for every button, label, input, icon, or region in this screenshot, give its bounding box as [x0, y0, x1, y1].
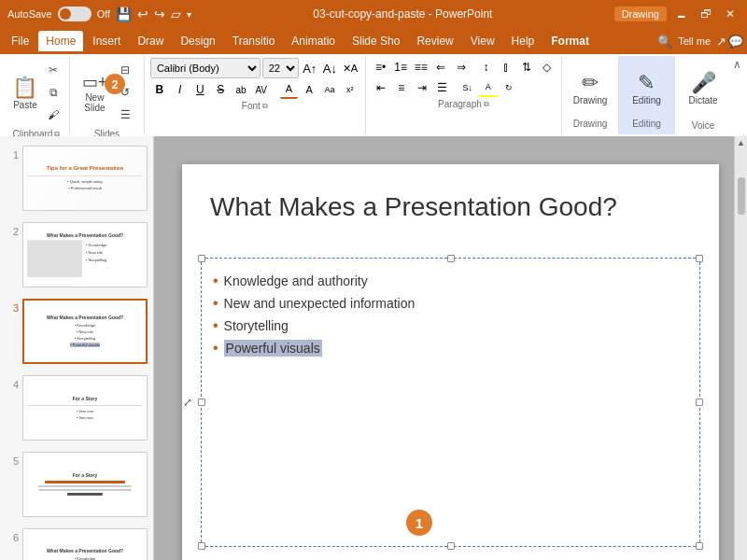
copy-button[interactable]: ⧉	[43, 82, 63, 103]
menu-review[interactable]: Review	[409, 31, 460, 51]
justify-button[interactable]: ☰	[433, 78, 452, 97]
menu-help[interactable]: Help	[504, 31, 543, 51]
paragraph-expand-icon[interactable]: ⧉	[484, 100, 489, 109]
text-shadow-button[interactable]: S↓	[458, 78, 477, 97]
move-icon[interactable]: ⤢	[183, 396, 192, 409]
present-icon[interactable]: ▱	[171, 7, 181, 21]
menu-animations[interactable]: Animatio	[284, 31, 343, 51]
cut-button[interactable]: ✂	[43, 60, 63, 80]
share-icon[interactable]: ↗	[716, 35, 726, 49]
scroll-thumb[interactable]	[738, 177, 745, 215]
editing-icon: ✎	[638, 71, 655, 95]
uppercase-button[interactable]: Aa	[320, 80, 339, 99]
maximize-button[interactable]: 🗗	[697, 5, 715, 23]
slide-title: What Makes a Presentation Good?	[210, 192, 691, 222]
content-textbox[interactable]: ⤢ Knowledge and authority New and unexpe…	[201, 258, 700, 547]
convert-smartart-button[interactable]: ◇	[538, 58, 557, 77]
search-icon[interactable]: 🔍	[657, 35, 672, 49]
smartart-convert-button[interactable]: ↻	[500, 78, 518, 97]
save-icon[interactable]: 💾	[116, 7, 132, 21]
menu-home[interactable]: Home	[38, 31, 83, 51]
handle-bottom-middle[interactable]	[447, 542, 455, 550]
italic-button[interactable]: I	[171, 80, 190, 99]
strikethrough-button[interactable]: S	[211, 80, 230, 99]
comment-icon[interactable]: 💬	[728, 35, 743, 49]
drawing-button[interactable]: ✏ Drawing	[570, 69, 612, 107]
slide-img-1: Tips for a Great Presentation • Quick, s…	[22, 146, 148, 211]
align-right-button[interactable]: ⇥	[413, 78, 431, 97]
line-spacing-button[interactable]: ↕	[477, 58, 496, 77]
collapse-ribbon-button[interactable]: ∧	[733, 58, 741, 71]
slide-thumbnail-6[interactable]: 6 What Makes a Presentation Good? • Know…	[4, 526, 149, 560]
charspacing-button[interactable]: AV	[252, 80, 271, 99]
align-center-button[interactable]: ≡	[392, 78, 411, 97]
tell-me[interactable]: Tell me	[674, 35, 714, 47]
font-expand-icon[interactable]: ⧉	[262, 102, 268, 111]
format-painter-button[interactable]: 🖌	[43, 105, 63, 125]
columns-button[interactable]: ⫿	[497, 58, 515, 77]
slide-num-2: 2	[6, 222, 19, 237]
drawing-tab-badge: Drawing	[614, 7, 667, 21]
shadow-button[interactable]: ab	[232, 80, 250, 99]
font-family-select[interactable]: Calibri (Body)	[150, 58, 261, 78]
dictate-button[interactable]: 🎤 Dictate	[684, 69, 721, 107]
underline-button[interactable]: U	[190, 80, 209, 99]
menu-insert[interactable]: Insert	[85, 31, 128, 51]
autosave-toggle[interactable]	[58, 7, 92, 21]
handle-top-left[interactable]	[198, 255, 205, 262]
clear-format-button[interactable]: ✕A	[341, 59, 359, 77]
slide-thumbnail-2[interactable]: 2 What Makes a Presentation Good? • Know…	[4, 220, 149, 289]
scroll-up-button[interactable]: ▲	[735, 136, 747, 149]
text-highlight-button[interactable]: A	[300, 80, 318, 99]
highlight-color-button[interactable]: A	[479, 78, 498, 97]
handle-middle-left[interactable]	[198, 399, 205, 406]
slide-num-3: 3	[6, 299, 19, 314]
menu-bar: File Home Insert Draw Design Transitio A…	[0, 28, 747, 54]
close-button[interactable]: ✕	[721, 5, 740, 23]
menu-file[interactable]: File	[4, 31, 36, 51]
subscript-button[interactable]: x²	[341, 80, 359, 99]
increase-font-button[interactable]: A↑	[301, 59, 319, 77]
handle-middle-right[interactable]	[696, 399, 703, 406]
font-color-button[interactable]: A	[280, 80, 299, 99]
handle-top-right[interactable]	[696, 255, 703, 262]
align-left-button[interactable]: ⇤	[372, 78, 390, 97]
numbering-button[interactable]: 1≡	[391, 58, 410, 77]
increase-indent-button[interactable]: ⇒	[452, 58, 471, 77]
handle-bottom-left[interactable]	[198, 542, 205, 550]
text-direction-button[interactable]: ⇅	[517, 58, 536, 77]
menu-view[interactable]: View	[463, 31, 502, 51]
handle-bottom-right[interactable]	[696, 542, 703, 550]
menu-design[interactable]: Design	[173, 31, 222, 51]
slide-thumbnail-1[interactable]: 1 Tips for a Great Presentation • Quick,…	[4, 144, 149, 213]
font-size-select[interactable]: 22	[262, 58, 299, 78]
vertical-scrollbar[interactable]: ▲ ▼	[734, 136, 747, 560]
slide-thumbnail-3[interactable]: 3 What Makes a Presentation Good? • Know…	[4, 297, 149, 366]
section-button[interactable]: ☰	[115, 105, 135, 125]
bold-button[interactable]: B	[150, 80, 169, 99]
slides-group: ▭+ New Slide ⊟ ↺ ☰ Slides	[70, 56, 145, 134]
menu-draw[interactable]: Draw	[130, 31, 171, 51]
multi-level-list-button[interactable]: ≡≡	[412, 58, 430, 77]
clipboard-buttons: 📋 Paste ✂ ⧉ 🖌	[8, 58, 63, 127]
menu-format[interactable]: Format	[543, 31, 597, 51]
decrease-font-button[interactable]: A↓	[321, 59, 340, 77]
undo-icon[interactable]: ↩	[137, 7, 148, 21]
bullets-button[interactable]: ≡•	[372, 58, 390, 77]
decrease-indent-button[interactable]: ⇐	[432, 58, 451, 77]
menu-transitions[interactable]: Transitio	[225, 31, 283, 51]
callout-1: 1	[406, 510, 432, 536]
paste-button[interactable]: 📋 Paste	[8, 74, 41, 112]
menu-slideshow[interactable]: Slide Sho	[345, 31, 407, 51]
slide-thumbnail-4[interactable]: 4 For a Story • Item one • Item two	[4, 373, 149, 442]
dictate-icon: 🎤	[691, 71, 716, 95]
canvas-area: ▲ ▼ What Makes a Presentation Good?	[154, 136, 747, 560]
redo-icon[interactable]: ↪	[154, 7, 165, 21]
editing-button[interactable]: ✎ Editing	[628, 69, 665, 107]
para-row-1: ≡• 1≡ ≡≡ ⇐ ⇒ ↕ ⫿ ⇅ ◇	[372, 58, 556, 77]
handle-top-middle[interactable]	[447, 255, 455, 262]
window-title: 03-cut-copy-and-paste - PowerPoint	[191, 7, 613, 21]
slide-thumbnail-5[interactable]: 5 For a Story	[4, 450, 149, 519]
paste-icon: 📋	[12, 76, 37, 100]
minimize-button[interactable]: 🗕	[672, 5, 691, 23]
